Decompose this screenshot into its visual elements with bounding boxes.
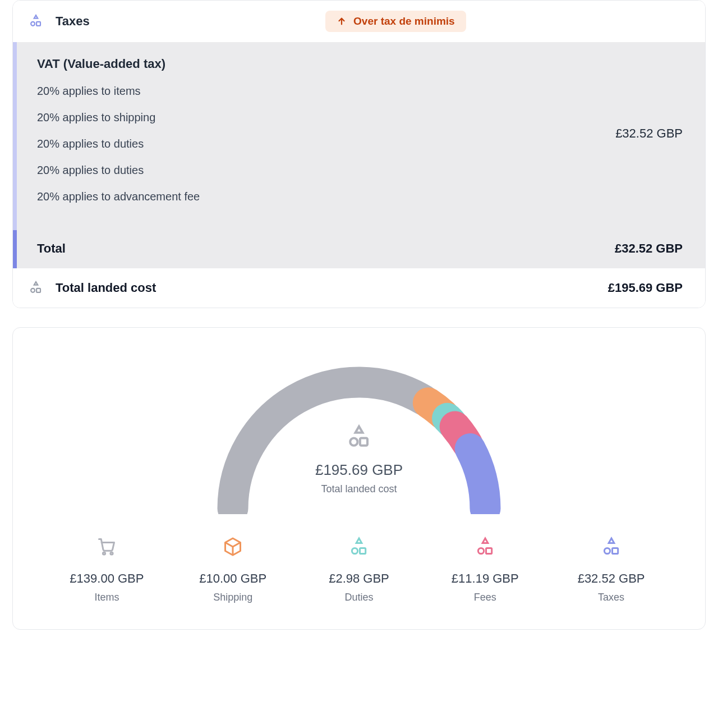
shapes-icon <box>347 424 371 449</box>
svg-point-12 <box>604 548 610 553</box>
legend-label: Fees <box>425 592 545 603</box>
legend-value: £11.19 GBP <box>425 571 545 586</box>
svg-rect-1 <box>36 22 40 26</box>
legend-value: £10.00 GBP <box>173 571 293 586</box>
deminimis-badge: Over tax de minimis <box>325 11 466 32</box>
legend-item: £11.19 GBPFees <box>425 537 545 603</box>
legend-label: Duties <box>299 592 420 603</box>
tax-total-row: Total £32.52 GBP <box>13 230 705 268</box>
deminimis-badge-text: Over tax de minimis <box>353 15 455 28</box>
tax-total-label: Total <box>37 241 66 256</box>
svg-rect-13 <box>612 548 618 553</box>
tax-rule: 20% applies to advancement fee <box>37 190 685 203</box>
shapes-pink-icon <box>475 537 495 557</box>
shapes-blue-icon <box>601 537 622 557</box>
legend-value: £139.00 GBP <box>47 571 167 586</box>
arrow-up-icon <box>337 16 347 26</box>
tax-rule: 20% applies to shipping <box>37 111 685 124</box>
shapes-teal-icon <box>349 537 369 557</box>
taxes-icon <box>29 14 43 29</box>
vat-title: VAT (Value-added tax) <box>37 57 685 71</box>
landed-cost-icon <box>29 281 43 295</box>
tax-rule: 20% applies to duties <box>37 138 685 150</box>
legend-value: £2.98 GBP <box>299 571 420 586</box>
box-icon <box>223 537 243 557</box>
legend-item: £32.52 GBPTaxes <box>551 537 671 603</box>
svg-rect-11 <box>486 548 491 553</box>
taxes-title: Taxes <box>56 14 90 29</box>
legend-item: £2.98 GBPDuties <box>299 537 420 603</box>
total-landed-cost-row: Total landed cost £195.69 GBP <box>13 268 705 308</box>
tax-rule: 20% applies to duties <box>37 164 685 177</box>
legend-item: £10.00 GBPShipping <box>173 537 293 603</box>
legend-label: Items <box>47 592 167 603</box>
svg-point-0 <box>31 22 35 26</box>
svg-point-7 <box>111 552 113 555</box>
landed-cost-label: Total landed cost <box>56 281 156 295</box>
taxes-card: Taxes Over tax de minimis VAT (Value-add… <box>12 0 706 308</box>
svg-point-4 <box>350 438 357 446</box>
landed-cost-value: £195.69 GBP <box>608 281 683 295</box>
legend-value: £32.52 GBP <box>551 571 671 586</box>
cost-legend: £139.00 GBPItems£10.00 GBPShipping£2.98 … <box>30 530 688 603</box>
cost-gauge: £195.69 GBP Total landed cost <box>202 351 516 514</box>
svg-rect-5 <box>360 438 367 446</box>
cart-icon <box>96 537 117 557</box>
legend-item: £139.00 GBPItems <box>47 537 167 603</box>
svg-point-2 <box>31 289 35 292</box>
tax-total-amount: £32.52 GBP <box>615 241 683 256</box>
svg-point-10 <box>478 548 484 553</box>
taxes-header: Taxes Over tax de minimis <box>13 1 705 42</box>
legend-label: Taxes <box>551 592 671 603</box>
tax-rule: 20% applies to items <box>37 85 685 98</box>
svg-rect-9 <box>360 548 365 553</box>
legend-label: Shipping <box>173 592 293 603</box>
gauge-total-label: Total landed cost <box>202 483 516 495</box>
svg-rect-3 <box>36 289 40 292</box>
svg-point-8 <box>352 548 357 553</box>
gauge-total-value: £195.69 GBP <box>202 461 516 479</box>
svg-point-6 <box>103 552 105 555</box>
vat-amount: £32.52 GBP <box>615 126 683 140</box>
tax-details: VAT (Value-added tax) 20% applies to ite… <box>13 42 705 230</box>
breakdown-card: £195.69 GBP Total landed cost £139.00 GB… <box>12 327 706 630</box>
